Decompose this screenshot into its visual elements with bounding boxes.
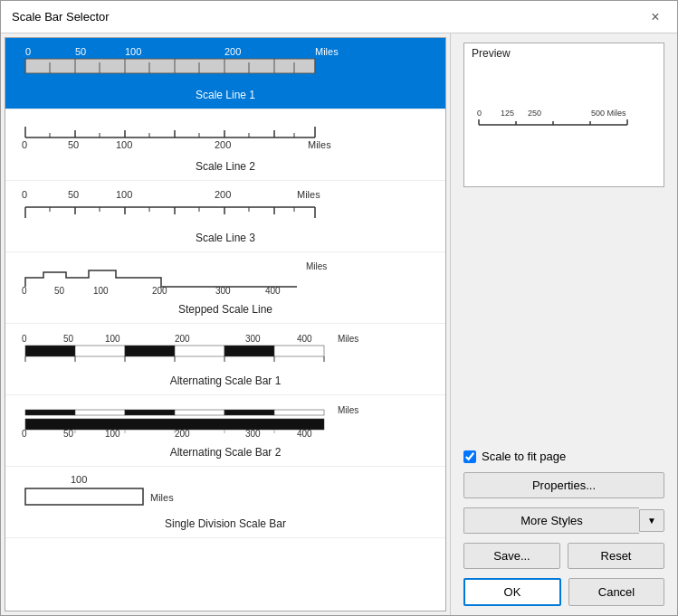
svg-text:400: 400	[297, 334, 312, 344]
svg-rect-104	[25, 488, 143, 505]
single-division-scale-bar-preview: 100 Miles	[13, 472, 438, 517]
svg-rect-94	[175, 410, 224, 415]
svg-text:50: 50	[68, 139, 79, 150]
svg-text:0: 0	[477, 109, 482, 118]
svg-text:Miles: Miles	[150, 492, 174, 503]
svg-text:100: 100	[116, 139, 132, 150]
title-bar: Scale Bar Selector ×	[1, 1, 677, 33]
svg-text:300: 300	[245, 334, 261, 344]
svg-text:200: 200	[175, 334, 190, 344]
more-styles-dropdown-arrow[interactable]: ▼	[639, 509, 664, 532]
dialog-title: Scale Bar Selector	[12, 10, 110, 24]
save-reset-row: Save... Reset	[463, 543, 664, 569]
svg-text:0: 0	[22, 334, 27, 344]
svg-rect-96	[274, 410, 324, 415]
left-panel: 0 50 100 200 Miles	[1, 33, 451, 615]
svg-text:125: 125	[501, 109, 514, 118]
svg-text:Miles: Miles	[297, 189, 320, 200]
cancel-button[interactable]: Cancel	[568, 578, 664, 606]
svg-text:200: 200	[215, 189, 231, 200]
svg-rect-71	[25, 346, 75, 356]
reset-button[interactable]: Reset	[568, 543, 664, 569]
stepped-scale-svg: 0 50 100 200 300 400 Miles	[16, 260, 396, 301]
svg-text:500 Miles: 500 Miles	[591, 109, 626, 118]
alternating-scale-bar-2-svg: 0 50 100 200 300 400 Miles	[16, 403, 396, 444]
svg-rect-91	[25, 410, 75, 415]
scale-item-scale-line-3[interactable]: 0 50 100 200 Miles	[5, 181, 445, 252]
right-panel: Preview 0 125 250 500 Miles	[451, 33, 677, 615]
scale-line-2-preview: 0 50 100 200 Miles	[13, 115, 438, 160]
dialog-body: 0 50 100 200 Miles	[1, 33, 677, 615]
more-styles-button[interactable]: More Styles	[463, 507, 639, 534]
svg-rect-93	[125, 410, 175, 415]
svg-text:Miles: Miles	[308, 139, 331, 150]
preview-content: 0 125 250 500 Miles	[464, 63, 664, 186]
alternating-scale-bar-2-preview: 0 50 100 200 300 400 Miles	[13, 401, 438, 446]
scale-line-3-label: Scale Line 3	[13, 232, 438, 244]
scale-line-2-label: Scale Line 2	[13, 160, 438, 173]
svg-text:0: 0	[22, 429, 27, 439]
svg-text:Miles: Miles	[338, 405, 358, 415]
scale-line-3-svg: 0 50 100 200 Miles	[16, 189, 396, 229]
svg-text:50: 50	[63, 334, 74, 344]
preview-section: Preview 0 125 250 500 Miles	[463, 43, 664, 187]
svg-text:200: 200	[224, 46, 241, 57]
svg-text:250: 250	[528, 109, 541, 118]
more-styles-row: More Styles ▼	[463, 507, 664, 534]
svg-text:50: 50	[54, 286, 65, 296]
ok-cancel-row: OK Cancel	[463, 578, 664, 606]
svg-rect-72	[75, 346, 125, 356]
close-button[interactable]: ×	[645, 6, 666, 28]
single-division-scale-bar-svg: 100 Miles	[16, 474, 396, 516]
svg-text:100: 100	[116, 189, 132, 200]
alternating-scale-bar-1-preview: 0 50 100 200 300 400 Miles	[13, 329, 438, 374]
alternating-scale-bar-2-label: Alternating Scale Bar 2	[13, 446, 438, 459]
scale-line-1-svg: 0 50 100 200 Miles	[16, 46, 396, 86]
svg-text:0: 0	[25, 46, 31, 57]
svg-text:100: 100	[93, 286, 109, 296]
svg-text:100: 100	[105, 429, 120, 439]
scale-item-scale-line-2[interactable]: 0 50 100 200 Miles Scale Line 2	[5, 109, 445, 181]
scale-line-3-preview: 0 50 100 200 Miles	[13, 186, 438, 232]
svg-text:Miles: Miles	[306, 261, 327, 271]
ok-button[interactable]: OK	[463, 578, 561, 606]
svg-text:200: 200	[215, 139, 231, 150]
svg-rect-75	[224, 346, 274, 356]
svg-rect-97	[25, 419, 324, 430]
stepped-scale-line-label: Stepped Scale Line	[13, 303, 438, 316]
alternating-scale-bar-1-svg: 0 50 100 200 300 400 Miles	[16, 331, 396, 373]
preview-scale-svg: 0 125 250 500 Miles	[473, 107, 654, 143]
scale-item-alternating-scale-bar-2[interactable]: 0 50 100 200 300 400 Miles	[5, 395, 445, 467]
svg-text:200: 200	[175, 429, 190, 439]
svg-rect-76	[274, 346, 324, 356]
scale-to-fit-checkbox[interactable]	[463, 450, 476, 463]
stepped-scale-line-preview: 0 50 100 200 300 400 Miles	[13, 258, 438, 303]
scale-bar-selector-dialog: Scale Bar Selector × 0 50 100 200	[0, 0, 678, 616]
scale-item-alternating-scale-bar-1[interactable]: 0 50 100 200 300 400 Miles	[5, 324, 445, 395]
scale-item-scale-line-1[interactable]: 0 50 100 200 Miles	[5, 38, 445, 109]
svg-text:400: 400	[297, 429, 312, 439]
scale-list[interactable]: 0 50 100 200 Miles	[5, 37, 446, 611]
svg-text:0: 0	[22, 189, 27, 200]
svg-rect-92	[75, 410, 125, 415]
svg-text:300: 300	[245, 429, 261, 439]
svg-text:50: 50	[63, 429, 74, 439]
svg-text:50: 50	[75, 46, 86, 57]
scale-to-fit-row: Scale to fit page	[463, 450, 664, 463]
scale-item-stepped-scale-line[interactable]: 0 50 100 200 300 400 Miles Stepped Scale…	[5, 252, 445, 324]
svg-rect-95	[224, 410, 274, 415]
svg-rect-5	[25, 59, 315, 73]
svg-text:100: 100	[125, 46, 141, 57]
svg-text:Miles: Miles	[338, 334, 358, 344]
scale-item-single-division-scale-bar[interactable]: 100 Miles Single Division Scale Bar	[5, 467, 445, 538]
properties-button[interactable]: Properties...	[463, 472, 664, 498]
scale-to-fit-label[interactable]: Scale to fit page	[482, 450, 566, 463]
save-button[interactable]: Save...	[463, 543, 560, 569]
alternating-scale-bar-1-label: Alternating Scale Bar 1	[13, 374, 438, 387]
svg-rect-73	[125, 346, 175, 356]
svg-text:Miles: Miles	[315, 46, 339, 57]
preview-label: Preview	[464, 43, 664, 63]
svg-text:100: 100	[105, 334, 120, 344]
svg-text:100: 100	[71, 474, 87, 485]
svg-text:0: 0	[22, 286, 27, 296]
